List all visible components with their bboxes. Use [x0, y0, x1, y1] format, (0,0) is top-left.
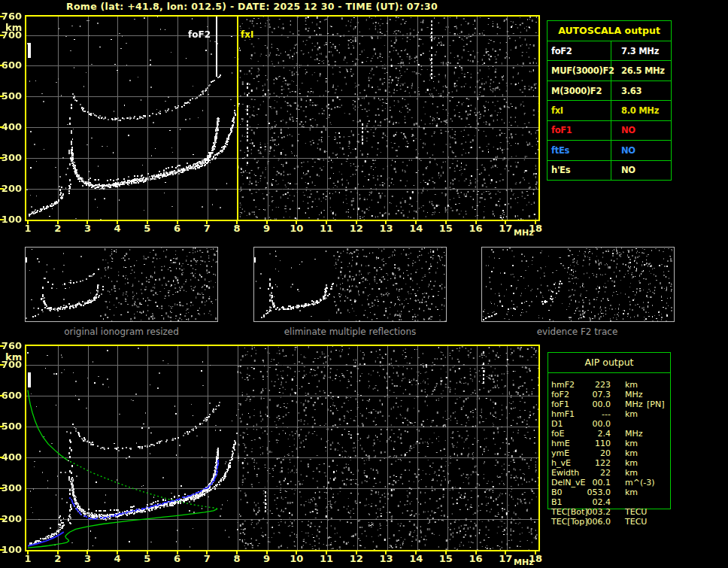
autoscala-table: AUTOSCALA output foF27.3 MHzMUF(3000)F22…: [547, 20, 672, 181]
aip-row-Ewidth: Ewidth22km: [548, 468, 670, 478]
aip-value: 053.0: [571, 488, 611, 497]
aip-unit: km: [625, 468, 638, 478]
autoscala-value-label: NO: [621, 145, 635, 156]
aip-param: foF1: [551, 399, 569, 409]
x-tick-label-bot: 2: [48, 554, 68, 564]
aip-value: 07.3: [571, 390, 611, 399]
aip-unit: TECU: [625, 507, 647, 517]
x-tick-bot: [326, 551, 327, 554]
aip-value: 122: [571, 458, 611, 468]
x-tick-label-bot: 12: [347, 554, 366, 564]
autoscala-value-label: 8.0 MHz: [621, 105, 659, 116]
y-tick-top: [0, 16, 4, 17]
page-title: Rome (lat: +41.8, lon: 012.5) - DATE: 20…: [66, 1, 438, 12]
aip-unit: TECU: [625, 517, 647, 527]
y-tick-bot: [0, 457, 4, 458]
x-tick-label-bot: 15: [436, 554, 456, 564]
thumb-caption-eliminate: eliminate multiple reflections: [253, 327, 447, 337]
aip-value: 20: [571, 448, 611, 458]
aip-row-B0: B0053.0km: [548, 488, 670, 497]
autoscala-row-foF2: foF27.3 MHz: [548, 41, 671, 61]
x-tick-bot: [117, 551, 118, 554]
x-tick-label-bot: 13: [376, 554, 396, 564]
x-tick-label-bot: 10: [287, 554, 306, 564]
aip-row-foF2: foF207.3MHz: [548, 390, 670, 399]
aip-unit: km: [625, 448, 638, 458]
bottom-ionogram-canvas: [26, 346, 538, 550]
aip-param: foE: [551, 429, 565, 439]
aip-note: [PN]: [647, 399, 664, 409]
x-tick-bot: [27, 551, 29, 554]
x-tick-top: [86, 221, 88, 224]
aip-value: 22: [571, 468, 611, 478]
aip-row-hmF2: hmF2223km: [548, 380, 670, 390]
aip-row-B1: B102.4: [548, 497, 670, 507]
y-tick-bot: [0, 426, 4, 427]
x-tick-top: [385, 221, 387, 224]
x-tick-label-bot: 4: [108, 554, 127, 564]
autoscala-param-label: ftEs: [551, 145, 569, 156]
autoscala-param: h'Es: [548, 161, 611, 180]
aip-param: hmE: [551, 439, 570, 448]
autoscala-value-label: 7.3 MHz: [621, 46, 659, 56]
x-tick-label-top: 13: [376, 223, 396, 234]
fof2-marker-label: foF2: [188, 29, 211, 40]
autoscala-row-M(3000)F2: M(3000)F23.63: [548, 81, 671, 101]
thumb-caption-evidence: evidence F2 trace: [481, 327, 673, 337]
x-tick-top: [535, 221, 536, 224]
x-tick-bot: [206, 551, 208, 554]
aip-table: AIP output hmF2223kmfoF207.3MHzfoF100.0M…: [548, 352, 671, 509]
aip-unit: km: [625, 409, 638, 419]
autoscala-param: foF1: [548, 121, 611, 140]
aip-row-TEC[Top]: TEC[Top]006.0TECU: [548, 517, 670, 527]
y-tick-bot: [0, 395, 4, 396]
x-tick-top: [475, 221, 477, 224]
autoscala-param-label: fxI: [551, 105, 563, 116]
aip-unit: km: [625, 458, 638, 468]
autoscala-param: ftEs: [548, 141, 611, 159]
autoscala-value: 3.63: [611, 81, 671, 100]
y-tick-top: [0, 35, 4, 36]
x-tick-label-bot: 8: [227, 554, 247, 564]
x-tick-bot: [415, 551, 417, 554]
thumb-original-ionogram: [25, 247, 218, 322]
aip-row-TEC[Bot]: TEC[Bot]003.2TECU: [548, 507, 670, 517]
x-tick-top: [236, 221, 238, 224]
autoscala-param-label: MUF(3000)F2: [551, 65, 614, 76]
aip-row-hmF1: hmF1---km: [548, 409, 670, 419]
aip-row-D1: D100.0: [548, 419, 670, 429]
y-tick-top: [0, 65, 4, 66]
x-tick-label-top: 16: [466, 223, 486, 234]
aip-unit: MHz: [625, 399, 643, 409]
x-tick-label-top: 9: [257, 223, 277, 234]
x-tick-label-top: 18: [526, 223, 545, 234]
autoscala-param-label: h'Es: [551, 165, 570, 175]
x-tick-top: [415, 221, 417, 224]
x-tick-label-top: 6: [168, 223, 187, 234]
y-tick-top: [0, 188, 4, 190]
x-tick-top: [206, 221, 208, 224]
fxi-marker-line: [237, 17, 238, 220]
autoscala-output-screen: Rome (lat: +41.8, lon: 012.5) - DATE: 20…: [0, 0, 728, 568]
x-tick-bot: [445, 551, 447, 554]
x-tick-bot: [505, 551, 506, 554]
fxi-marker-label: fxI: [241, 29, 253, 40]
aip-value: 110: [571, 439, 611, 448]
autoscala-value: NO: [611, 161, 671, 180]
aip-row-ymE: ymE20km: [548, 448, 670, 458]
x-tick-label-bot: 14: [406, 554, 426, 564]
x-tick-bot: [385, 551, 387, 554]
x-tick-label-top: 5: [138, 223, 157, 234]
autoscala-row-ftEs: ftEsNO: [548, 141, 671, 160]
x-tick-bot: [266, 551, 268, 554]
autoscala-row-h'Es: h'EsNO: [548, 161, 671, 180]
x-tick-top: [326, 221, 327, 224]
aip-value: ---: [571, 409, 611, 419]
x-tick-top: [147, 221, 148, 224]
autoscala-value-label: 26.5 MHz: [621, 65, 665, 76]
aip-table-header: AIP output: [548, 353, 670, 373]
x-tick-bot: [86, 551, 88, 554]
x-tick-label-bot: 11: [317, 554, 336, 564]
x-tick-label-bot: 5: [138, 554, 157, 564]
x-tick-label-top: 17: [496, 223, 515, 234]
